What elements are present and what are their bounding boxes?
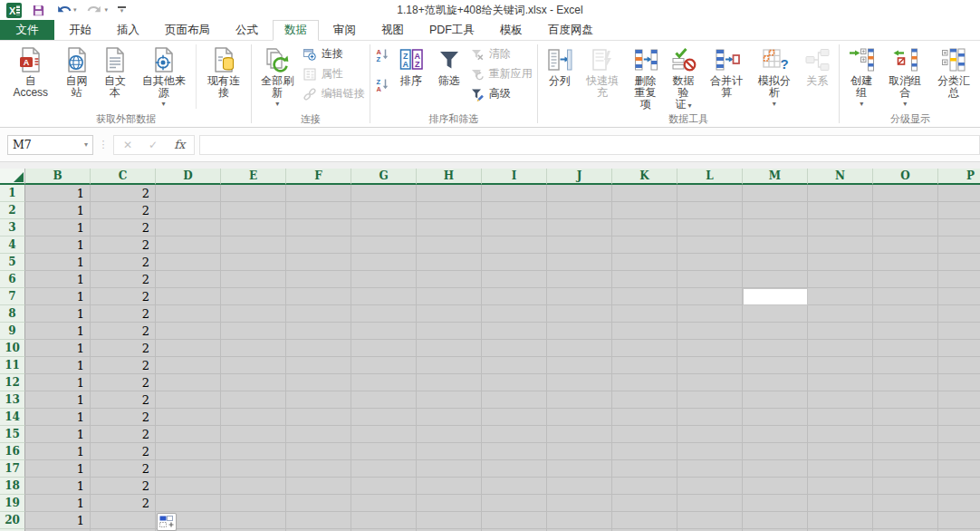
cell-H5[interactable] [417,254,482,271]
connections-button[interactable]: 连接 [301,46,367,62]
cell-P16[interactable] [938,443,980,460]
cell-H15[interactable] [417,426,482,443]
cell-G18[interactable] [351,478,417,495]
cell-B7[interactable]: 1 [25,288,91,305]
cell-F10[interactable] [286,340,351,357]
cell-L8[interactable] [677,305,743,323]
cell-K14[interactable] [612,409,677,426]
undo-button[interactable]: ▾ [55,4,77,16]
cell-K18[interactable] [612,478,677,495]
row-header-16[interactable]: 16 [0,443,25,460]
column-header-C[interactable]: C [91,169,156,185]
cell-E10[interactable] [221,340,286,357]
cell-K15[interactable] [612,426,677,443]
cell-H14[interactable] [417,409,482,426]
cell-G2[interactable] [351,202,417,219]
cell-D13[interactable] [156,391,221,409]
cell-O12[interactable] [873,374,938,391]
cell-I20[interactable] [482,512,547,529]
cell-J11[interactable] [547,357,612,374]
cell-G1[interactable] [351,185,417,202]
cell-L5[interactable] [677,254,743,271]
cell-N11[interactable] [808,357,873,374]
cell-C17[interactable]: 2 [91,460,156,478]
cell-L15[interactable] [677,426,743,443]
cell-C11[interactable]: 2 [91,357,156,374]
cell-D5[interactable] [156,254,221,271]
cell-O8[interactable] [873,305,938,323]
row-header-2[interactable]: 2 [0,202,25,219]
cell-J13[interactable] [547,391,612,409]
cell-M12[interactable] [743,374,808,391]
cell-L6[interactable] [677,271,743,288]
cell-J16[interactable] [547,443,612,460]
cell-M16[interactable] [743,443,808,460]
cell-K10[interactable] [612,340,677,357]
cell-F6[interactable] [286,271,351,288]
cell-K7[interactable] [612,288,677,305]
cell-B9[interactable]: 1 [25,323,91,340]
create-group-button[interactable]: 创建组▾ [842,41,880,112]
cell-E19[interactable] [221,495,286,512]
row-header-8[interactable]: 8 [0,305,25,323]
cell-J12[interactable] [547,374,612,391]
cell-O5[interactable] [873,254,938,271]
cell-C10[interactable]: 2 [91,340,156,357]
cell-B18[interactable]: 1 [25,478,91,495]
cell-P11[interactable] [938,357,980,374]
cell-I4[interactable] [482,237,547,254]
cell-O14[interactable] [873,409,938,426]
cell-D12[interactable] [156,374,221,391]
cancel-button[interactable]: ✕ [123,139,132,151]
active-cell-M7[interactable] [743,288,808,305]
cell-H4[interactable] [417,237,482,254]
formula-input[interactable] [199,135,980,155]
cell-L16[interactable] [677,443,743,460]
cell-N1[interactable] [808,185,873,202]
cell-B4[interactable]: 1 [25,237,91,254]
cell-C1[interactable]: 2 [91,185,156,202]
cell-B17[interactable]: 1 [25,460,91,478]
cell-K11[interactable] [612,357,677,374]
cell-N13[interactable] [808,391,873,409]
cell-F16[interactable] [286,443,351,460]
cell-P5[interactable] [938,254,980,271]
cell-P1[interactable] [938,185,980,202]
cell-H9[interactable] [417,323,482,340]
cell-P6[interactable] [938,271,980,288]
cell-D8[interactable] [156,305,221,323]
cell-G3[interactable] [351,219,417,237]
column-header-F[interactable]: F [286,169,351,185]
column-header-N[interactable]: N [808,169,873,185]
relationships-button[interactable]: 关系 [798,41,836,112]
cell-N12[interactable] [808,374,873,391]
cell-G6[interactable] [351,271,417,288]
sort-descending-button[interactable]: ZA [373,76,392,92]
tab-insert[interactable]: 插入 [106,20,150,40]
cell-F11[interactable] [286,357,351,374]
cell-I18[interactable] [482,478,547,495]
cell-P19[interactable] [938,495,980,512]
tab-file[interactable]: 文件 [0,20,54,40]
tab-template[interactable]: 模板 [489,20,533,40]
cell-P7[interactable] [938,288,980,305]
refresh-all-button[interactable]: 全部刷新▾ [255,41,301,112]
cell-P18[interactable] [938,478,980,495]
tab-review[interactable]: 审阅 [322,20,367,40]
cell-H1[interactable] [417,185,482,202]
cell-G5[interactable] [351,254,417,271]
cell-H12[interactable] [417,374,482,391]
tab-baidu-netdisk[interactable]: 百度网盘 [537,20,604,40]
cell-J1[interactable] [547,185,612,202]
cell-D7[interactable] [156,288,221,305]
name-box[interactable]: M7 ▾ [7,135,93,155]
subtotal-button[interactable]: 分类汇总 [929,41,978,112]
cell-F4[interactable] [286,237,351,254]
column-header-D[interactable]: D [156,169,221,185]
cell-K13[interactable] [612,391,677,409]
cell-J7[interactable] [547,288,612,305]
cell-N14[interactable] [808,409,873,426]
customize-quick-access-button[interactable]: ▾ [118,6,126,14]
cell-K5[interactable] [612,254,677,271]
cell-N20[interactable] [808,512,873,529]
